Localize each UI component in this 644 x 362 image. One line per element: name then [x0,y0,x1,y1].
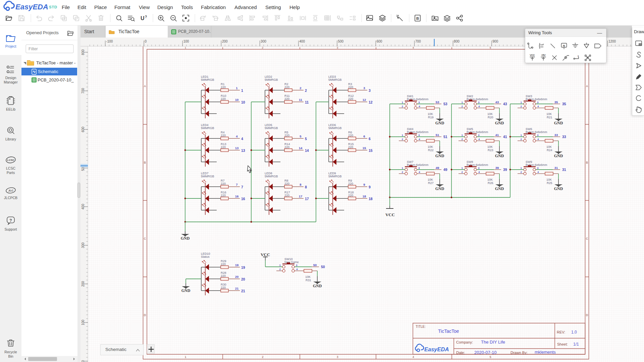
svg-text:1: 1 [462,134,463,137]
svg-text:1: 1 [462,101,463,104]
svg-text:21: 21 [235,287,239,290]
svg-text:700: 700 [81,88,85,94]
svg-text:3: 3 [337,355,338,359]
svg-text:0: 0 [81,360,85,362]
svg-text:51: 51 [436,133,439,137]
svg-text:220: 220 [221,274,226,278]
svg-text:33: 33 [562,135,566,139]
svg-text:10: 10 [235,98,239,102]
svg-text:18: 18 [363,194,366,198]
svg-text:?: ? [145,15,147,19]
svg-text:-100: -100 [106,40,113,43]
svg-text:10K: 10K [305,275,311,279]
svg-text:10K: 10K [487,145,493,148]
svg-text:2: 2 [300,86,301,90]
svg-text:35: 35 [562,102,566,106]
svg-text:3: 3 [478,167,480,170]
svg-text:1200: 1200 [608,40,616,43]
svg-text:1: 1 [521,101,522,104]
svg-text:R21: R21 [547,116,552,119]
svg-text:GND: GND [435,154,444,158]
svg-text:2: 2 [462,138,463,141]
svg-text:Bin: Bin [8,354,13,358]
svg-text:A: A [144,84,146,88]
svg-text:5: 5 [490,355,491,359]
svg-text:20: 20 [235,275,239,279]
svg-text:+5V: +5V [541,54,546,56]
svg-text:4: 4 [413,46,414,49]
svg-text:800: 800 [454,40,460,43]
svg-text:900: 900 [492,40,498,43]
svg-text:LCSC: LCSC [6,166,15,170]
svg-text:Status: Status [201,255,210,258]
svg-text:31: 31 [554,166,558,170]
svg-text:1: 1 [279,264,281,267]
svg-text:43: 43 [503,102,507,106]
svg-text:LCSC: LCSC [7,159,14,162]
svg-text:4: 4 [478,138,480,141]
svg-text:1: 1 [578,55,579,57]
svg-text:3: 3 [337,46,338,49]
svg-text:10K: 10K [428,178,433,181]
svg-text:5MMRGB: 5MMRGB [201,78,214,81]
svg-text:220: 220 [221,182,226,185]
svg-text:4: 4 [537,105,539,108]
svg-text:220: 220 [221,286,226,289]
svg-text:220: 220 [221,145,226,149]
svg-text:R20: R20 [488,116,493,119]
svg-text:300: 300 [81,242,85,248]
svg-text:220: 220 [284,97,289,101]
svg-text:1: 1 [462,167,463,170]
svg-text:R25: R25 [547,181,552,185]
svg-text:6: 6 [363,134,365,138]
svg-text:500: 500 [338,40,344,43]
svg-text:50: 50 [313,263,317,267]
svg-text:39: 39 [495,166,499,170]
svg-text:5MMRGB: 5MMRGB [201,175,214,178]
svg-text:19: 19 [241,265,245,269]
svg-text:2: 2 [521,105,522,108]
svg-text:GND: GND [495,154,504,158]
svg-text:PCB_2020-07-10_: PCB_2020-07-10_ [38,77,74,82]
svg-text:220: 220 [221,262,226,266]
svg-text:EasyEDA: EasyEDA [15,3,48,11]
svg-text:11: 11 [299,98,303,102]
svg-text:4: 4 [419,171,420,174]
svg-text:600: 600 [377,40,382,43]
svg-text:2: 2 [279,268,281,271]
svg-text:220: 220 [348,134,353,137]
svg-text:43: 43 [495,100,499,104]
svg-text:41: 41 [495,133,499,137]
svg-text:5MMRGB: 5MMRGB [265,126,278,130]
svg-text:GND: GND [554,121,563,125]
svg-text:2: 2 [262,46,264,49]
svg-text:N: N [563,44,565,47]
svg-text:Sheet:: Sheet: [557,342,568,346]
svg-text:220: 220 [348,145,353,149]
svg-text:JLC: JLC [8,189,13,192]
svg-text:R26: R26 [488,181,493,185]
svg-text:15: 15 [363,146,366,150]
svg-text:7: 7 [236,183,237,186]
svg-text:10K: 10K [546,178,552,181]
svg-text:10K: 10K [487,112,493,116]
svg-text:220: 220 [348,182,353,185]
svg-text:1: 1 [185,46,186,49]
svg-text:B: B [144,161,146,164]
svg-text:220: 220 [284,145,289,149]
svg-text:14: 14 [305,148,309,153]
svg-text:7: 7 [241,185,243,189]
svg-text:20: 20 [241,277,245,281]
svg-text:10K: 10K [546,145,552,148]
svg-text:4: 4 [478,105,480,108]
svg-text:Date:: Date: [456,351,465,355]
svg-text:2: 2 [402,138,404,141]
svg-text:GND: GND [435,121,444,125]
svg-text:A: A [586,84,588,88]
svg-text:5MMRGB: 5MMRGB [328,126,342,130]
svg-text:10K: 10K [487,178,493,181]
svg-text:GND: GND [181,236,190,241]
svg-text:10: 10 [241,100,245,104]
svg-text:mklements: mklements [535,350,556,355]
svg-text:3: 3 [418,101,420,104]
